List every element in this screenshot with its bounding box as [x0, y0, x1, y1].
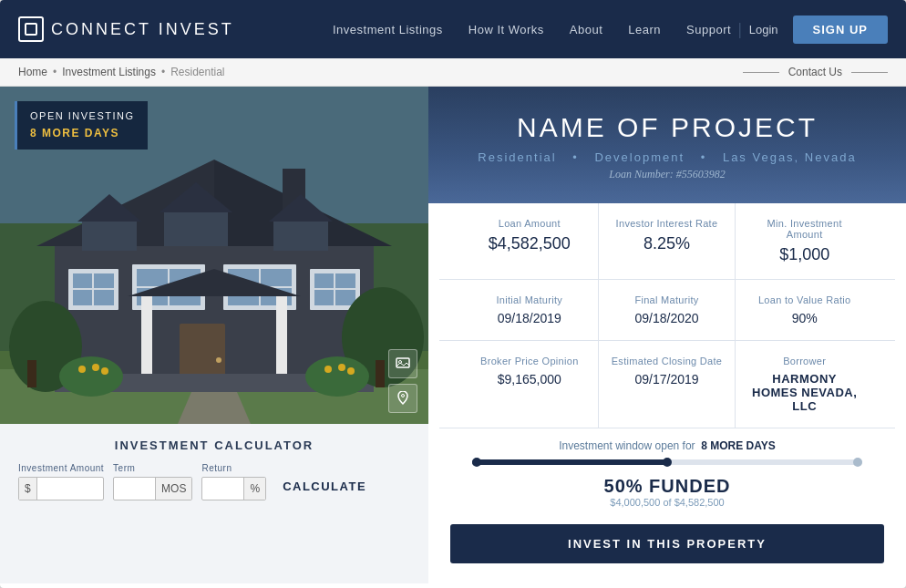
- progress-fill: [472, 459, 667, 465]
- return-field: Return %: [201, 463, 266, 500]
- stats-row-3: Broker Price Opinion $9,165,000 Estimate…: [439, 341, 895, 428]
- calculate-button[interactable]: CALCULATE: [275, 474, 374, 499]
- nav-about[interactable]: About: [570, 23, 602, 36]
- svg-rect-33: [141, 296, 152, 374]
- investment-amount-label: Investment Amount: [18, 463, 104, 473]
- logo: CONNECT INVEST: [18, 16, 234, 42]
- signup-button[interactable]: SIGN UP: [793, 15, 888, 44]
- percent-suffix: %: [243, 478, 265, 500]
- invest-button[interactable]: INVEST IN THIS PROPERTY: [450, 524, 884, 563]
- svg-rect-10: [164, 210, 228, 246]
- stat-broker-price: Broker Price Opinion $9,165,000: [461, 341, 599, 428]
- navbar: CONNECT INVEST Investment Listings How I…: [0, 0, 906, 58]
- stat-min-investment-value: $1,000: [748, 245, 860, 264]
- term-wrapper: MOS: [113, 477, 192, 500]
- progress-days-value: 8 MORE DAYS: [701, 439, 776, 452]
- mos-suffix: MOS: [155, 478, 191, 500]
- badge-days: 8 MORE DAYS: [30, 125, 135, 142]
- location-icon-btn[interactable]: [388, 384, 417, 413]
- contact-us: Contact Us: [743, 66, 888, 78]
- svg-point-43: [92, 364, 99, 371]
- stat-initial-maturity-value: 09/18/2019: [474, 311, 585, 325]
- contact-line-right: [851, 72, 888, 73]
- gallery-icon-btn[interactable]: [388, 349, 417, 378]
- project-header: NAME OF PROJECT Residential • Developmen…: [428, 87, 906, 203]
- breadcrumb-bar: Home • Investment Listings • Residential…: [0, 58, 906, 87]
- stat-ltv-label: Loan to Value Ratio: [748, 294, 860, 305]
- breadcrumb-sep1: •: [53, 66, 57, 78]
- svg-point-51: [402, 395, 405, 397]
- investment-amount-field: Investment Amount $: [18, 463, 104, 500]
- stat-min-investment: Min. Investment Amount $1,000: [736, 203, 873, 279]
- nav-learn[interactable]: Learn: [628, 23, 661, 36]
- progress-bar: [472, 459, 862, 465]
- stat-final-maturity: Final Maturity 09/18/2020: [599, 280, 736, 340]
- stat-closing-date-label: Estimated Closing Date: [612, 356, 723, 366]
- progress-label: Investment window open for 8 MORE DAYS: [472, 439, 862, 452]
- term-input[interactable]: [114, 478, 155, 500]
- calculator-title: INVESTMENT CALCULATOR: [18, 438, 410, 452]
- svg-point-31: [216, 357, 221, 363]
- stat-closing-date: Estimated Closing Date 09/17/2019: [599, 341, 736, 428]
- left-panel: OPEN INVESTING 8 MORE DAYS: [0, 87, 428, 583]
- login-link[interactable]: Login: [749, 23, 778, 36]
- svg-rect-39: [376, 360, 385, 387]
- project-loan: Loan Number: #55603982: [465, 168, 870, 181]
- stat-loan-amount-label: Loan Amount: [474, 218, 585, 229]
- stat-interest-rate: Investor Interest Rate 8.25%: [599, 203, 736, 279]
- stat-initial-maturity: Initial Maturity 09/18/2019: [461, 280, 599, 340]
- dollar-prefix: $: [19, 478, 37, 500]
- calculator-panel: INVESTMENT CALCULATOR Investment Amount …: [0, 424, 428, 583]
- investment-amount-wrapper: $: [18, 477, 104, 500]
- logo-icon: [18, 16, 44, 42]
- stat-interest-rate-value: 8.25%: [612, 234, 723, 253]
- svg-point-44: [101, 367, 108, 375]
- main-content: OPEN INVESTING 8 MORE DAYS: [0, 87, 906, 583]
- stat-loan-amount-value: $4,582,500: [474, 234, 585, 253]
- svg-point-47: [347, 367, 355, 375]
- breadcrumb-current: Residential: [170, 66, 224, 78]
- breadcrumb-home[interactable]: Home: [18, 66, 47, 78]
- svg-point-45: [324, 366, 332, 373]
- stats-row-1: Loan Amount $4,582,500 Investor Interest…: [439, 203, 895, 280]
- return-wrapper: %: [201, 477, 266, 500]
- stat-broker-price-label: Broker Price Opinion: [474, 356, 585, 366]
- sub-dot1: •: [572, 150, 579, 164]
- stat-ltv: Loan to Value Ratio 90%: [736, 280, 873, 340]
- project-title: NAME OF PROJECT: [465, 112, 870, 143]
- breadcrumb-listings[interactable]: Investment Listings: [62, 66, 156, 78]
- funded-sub: $4,000,500 of $4,582,500: [472, 497, 862, 508]
- progress-dot-mid: [663, 458, 672, 467]
- logo-text: CONNECT INVEST: [51, 20, 234, 39]
- image-icons: [388, 349, 417, 413]
- nav-investment-listings[interactable]: Investment Listings: [333, 23, 443, 36]
- stat-final-maturity-value: 09/18/2020: [612, 311, 723, 325]
- stat-interest-rate-label: Investor Interest Rate: [612, 218, 723, 229]
- nav-links: Investment Listings How It Works About L…: [333, 21, 731, 37]
- stat-min-investment-label: Min. Investment Amount: [748, 218, 860, 240]
- breadcrumb-sep2: •: [161, 66, 165, 78]
- svg-point-46: [338, 364, 345, 371]
- term-field: Term MOS: [113, 463, 192, 500]
- open-investing-badge: OPEN INVESTING 8 MORE DAYS: [15, 101, 148, 150]
- return-label: Return: [201, 463, 266, 473]
- return-input[interactable]: [202, 478, 243, 500]
- stat-closing-date-value: 09/17/2019: [612, 372, 723, 387]
- nav-how-it-works[interactable]: How It Works: [468, 23, 544, 36]
- project-type: Residential: [478, 150, 556, 164]
- svg-rect-34: [276, 296, 287, 374]
- stats-row-2: Initial Maturity 09/18/2019 Final Maturi…: [439, 280, 895, 341]
- project-subtitle: Residential • Development • Las Vegas, N…: [465, 150, 870, 164]
- calculator-fields: Investment Amount $ Term MOS: [18, 463, 410, 500]
- stat-ltv-value: 90%: [748, 311, 860, 325]
- nav-support[interactable]: Support: [686, 23, 731, 36]
- logo-inner: [25, 23, 37, 36]
- investment-amount-input[interactable]: [37, 478, 101, 500]
- stat-borrower-value: HARMONY HOMES NEVADA, LLC: [748, 372, 860, 413]
- stat-borrower: Borrower HARMONY HOMES NEVADA, LLC: [736, 341, 873, 428]
- stat-borrower-label: Borrower: [748, 356, 860, 366]
- progress-section: Investment window open for 8 MORE DAYS 5…: [439, 428, 895, 524]
- progress-dot-end: [853, 458, 862, 467]
- project-phase: Development: [594, 150, 685, 164]
- stat-broker-price-value: $9,165,000: [474, 372, 585, 387]
